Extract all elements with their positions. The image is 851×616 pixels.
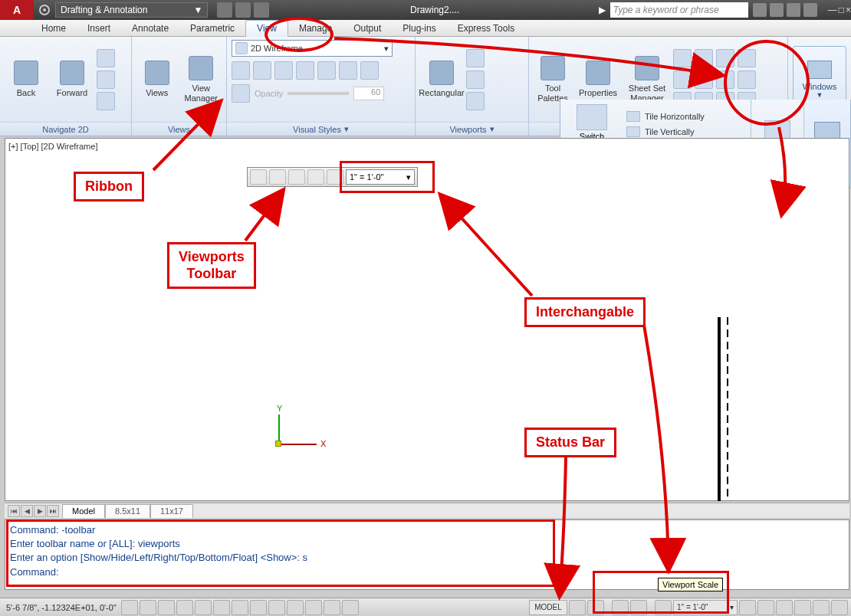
sb-iso-icon[interactable] [813, 600, 830, 615]
tpy-toggle[interactable] [305, 600, 322, 615]
app-logo[interactable]: A [0, 0, 34, 20]
play-icon[interactable]: ▶ [599, 5, 606, 15]
pal-4[interactable] [695, 70, 713, 89]
lwt-toggle[interactable] [287, 600, 304, 615]
tool-palettes-icon [540, 56, 565, 80]
polar-toggle[interactable] [176, 600, 193, 615]
sb-tool-icon[interactable] [776, 600, 793, 615]
pal-3[interactable] [673, 70, 692, 89]
minimize-button[interactable]: — [828, 5, 837, 15]
tab-annotate[interactable]: Annotate [121, 20, 179, 37]
tab-parametric[interactable]: Parametric [179, 20, 245, 37]
vp-btn-2[interactable] [466, 70, 485, 89]
layout-model[interactable]: Model [62, 504, 105, 518]
vs-btn-2[interactable] [253, 61, 271, 80]
sb-annoscale-icon[interactable] [630, 600, 647, 615]
view-manager-button[interactable]: View Manager [181, 46, 222, 113]
maximize-button[interactable]: □ [839, 5, 844, 15]
vp-btn-1[interactable] [466, 49, 485, 67]
vs-btn-3[interactable] [274, 61, 293, 80]
tab-first-button[interactable]: ⏮ [8, 505, 20, 517]
layout-11x17[interactable]: 11x17 [150, 504, 193, 518]
orbit-icon[interactable] [97, 70, 115, 89]
pal-1[interactable] [673, 49, 692, 67]
tab-last-button[interactable]: ⏭ [47, 505, 59, 517]
window-controls: — □ × [828, 5, 851, 15]
vp-tool-3[interactable] [288, 169, 305, 185]
workspace-selector[interactable]: Drafting & Annotation ▼ [55, 2, 208, 18]
help-icon[interactable] [803, 3, 817, 17]
vp-tool-5[interactable] [327, 169, 343, 185]
sb-ws-icon[interactable] [757, 600, 774, 615]
layout-85x11[interactable]: 8.5x11 [105, 504, 150, 518]
sb-anno-icon[interactable] [612, 600, 629, 615]
tab-next-button[interactable]: ▶ [34, 505, 46, 517]
panel-title-viewports[interactable]: Viewports ▾ [416, 122, 528, 136]
qat-save-icon[interactable] [254, 2, 269, 18]
search-input[interactable]: Type a keyword or phrase [610, 2, 748, 18]
back-button[interactable]: Back [5, 46, 48, 113]
dyn-toggle[interactable] [268, 600, 285, 615]
tab-express[interactable]: Express Tools [447, 20, 525, 37]
viewport-scale-combo[interactable]: 1" = 1'-0"▾ [346, 169, 415, 185]
vp-tool-2[interactable] [269, 169, 286, 185]
view-label[interactable]: [+] [Top] [2D Wireframe] [8, 142, 97, 151]
close-button[interactable]: × [846, 5, 851, 15]
vp-btn-3[interactable] [466, 92, 485, 110]
annotation-circle-view [264, 17, 334, 52]
vp-tool-1[interactable] [250, 169, 267, 185]
grid-toggle[interactable] [140, 600, 156, 615]
vs-btn-4[interactable] [296, 61, 314, 80]
sc-toggle[interactable] [342, 600, 359, 615]
tile-vertically[interactable]: Tile Vertically [626, 126, 705, 137]
tile-horizontally[interactable]: Tile Horizontally [626, 111, 705, 122]
tile-h-icon [626, 111, 640, 122]
opacity-icon[interactable] [232, 84, 250, 103]
model-button[interactable]: MODEL [529, 600, 567, 615]
tab-output[interactable]: Output [343, 20, 392, 37]
forward-button[interactable]: Forward [51, 46, 94, 113]
sb-lock-icon[interactable] [739, 600, 756, 615]
sb-clean-icon[interactable] [831, 600, 848, 615]
tab-home[interactable]: Home [31, 20, 77, 37]
sb-hw-icon[interactable] [794, 600, 811, 615]
qp-toggle[interactable] [324, 600, 340, 615]
rectangular-icon [429, 61, 454, 85]
vs-btn-7[interactable] [360, 61, 379, 80]
cmd-line-3: Enter an option [Show/Hide/Left/Right/To… [10, 551, 844, 565]
qat-new-icon[interactable] [217, 2, 232, 18]
rectangular-button[interactable]: Rectangular [420, 46, 463, 113]
tab-insert[interactable]: Insert [77, 20, 121, 37]
vs-btn-6[interactable] [339, 61, 357, 80]
osnap3d-toggle[interactable] [213, 600, 230, 615]
opacity-slider[interactable] [288, 92, 349, 95]
vs-btn-5[interactable] [317, 61, 336, 80]
binoculars-icon[interactable] [753, 3, 767, 17]
ducs-toggle[interactable] [250, 600, 267, 615]
qat-open-icon[interactable] [235, 2, 251, 18]
tab-prev-button[interactable]: ◀ [21, 505, 33, 517]
pal-2[interactable] [695, 49, 713, 67]
user-icon[interactable] [770, 3, 784, 17]
osnap-toggle[interactable] [195, 600, 212, 615]
coordinates[interactable]: 5'-6 7/8", -1.12324E+01, 0'-0" [3, 603, 120, 612]
sb-layout-icon[interactable] [569, 600, 586, 615]
pan-icon[interactable] [97, 49, 115, 67]
exchange-icon[interactable] [787, 3, 800, 17]
vp-tool-4[interactable] [307, 169, 324, 185]
gear-icon[interactable] [37, 2, 52, 18]
viewports-toolbar[interactable]: 1" = 1'-0"▾ [247, 167, 418, 187]
sb-qv-icon[interactable] [587, 600, 604, 615]
snap-toggle[interactable] [121, 600, 138, 615]
vs-btn-1[interactable] [232, 61, 250, 80]
status-scale-combo[interactable]: 1" = 1'-0"▾ [673, 600, 738, 615]
opacity-value[interactable]: 60 [353, 87, 384, 100]
views-button[interactable]: Views [136, 46, 178, 113]
extents-icon[interactable] [97, 92, 115, 110]
sb-vp-max-icon[interactable] [655, 600, 672, 615]
document-title: Drawing2.... [271, 5, 598, 15]
otrack-toggle[interactable] [232, 600, 248, 615]
ortho-toggle[interactable] [158, 600, 175, 615]
tab-plugins[interactable]: Plug-ins [392, 20, 446, 37]
panel-title-visual[interactable]: Visual Styles ▾ [227, 122, 415, 136]
